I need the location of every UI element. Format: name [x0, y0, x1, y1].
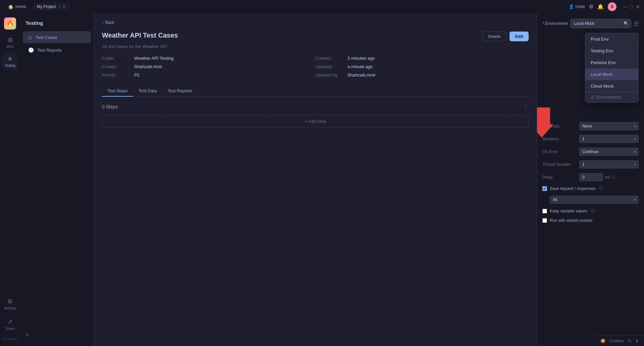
iterations-row: Iterations 1 ▼ — [542, 135, 639, 143]
collapse-sidebar-button[interactable]: « — [23, 330, 32, 339]
cookies-icon[interactable]: 🍪 — [600, 339, 605, 343]
sidebar-nav-test-reports[interactable]: 🕐 Test Reports — [23, 44, 91, 56]
test-data-label: Test Data — [542, 124, 579, 129]
steps-header: 0 Steps ⋮ — [102, 103, 529, 110]
steps-count: 0 Steps — [102, 104, 118, 109]
delay-row: Delay ms ⓘ — [542, 173, 639, 181]
dropdown-item-cloud-mock[interactable]: Cloud Mock — [585, 80, 638, 92]
back-label: Back — [105, 20, 114, 25]
share-icon: ↗ — [7, 318, 12, 326]
meta-grid: Folder Weather API Testing Created 2 min… — [102, 56, 529, 78]
meta-updated: Updated a minute ago — [315, 64, 529, 69]
environments-link[interactable]: ☰ Environments — [585, 92, 638, 102]
bell-icon[interactable]: 🔔 — [597, 4, 604, 10]
share-label: Share — [6, 327, 15, 331]
titlebar-right: 👤 Invite ⚙ 🔔 S ─ □ ✕ — [569, 2, 640, 11]
add-step-button[interactable]: + Add Step — [102, 115, 529, 128]
testing-label: Testing — [5, 64, 15, 67]
test-cases-label: Test Cases — [36, 35, 57, 40]
petstore-env-label: Petstore Env — [591, 60, 615, 65]
list-icon: ☰ — [591, 95, 594, 100]
dropdown-item-petstore-env[interactable]: Petstore Env — [585, 57, 638, 68]
dropdown-item-local-mock[interactable]: Local Mock — [585, 68, 638, 80]
tab-test-data[interactable]: Test Data — [133, 86, 162, 97]
all-select-wrapper: All ▼ — [550, 196, 639, 204]
back-link[interactable]: ‹ Back — [102, 20, 529, 25]
steps-menu-icon[interactable]: ⋮ — [523, 103, 529, 110]
avatar[interactable]: S — [608, 2, 616, 11]
environment-input[interactable] — [570, 19, 631, 28]
refresh-icon[interactable]: ↻ — [628, 339, 631, 343]
sidebar-nav-test-cases[interactable]: ◻ Test Cases — [23, 31, 91, 43]
meta-created: Created 2 minutes ago — [315, 56, 529, 61]
cloud-mock-label: Cloud Mock — [591, 84, 614, 89]
updated-value: a minute ago — [347, 64, 373, 69]
home-tab[interactable]: 🏠 Home — [4, 3, 30, 11]
updated-by-value: Shahzaib Amir — [347, 72, 376, 78]
sidebar-item-share[interactable]: ↗ Share — [2, 315, 18, 333]
dropdown-item-prod-env[interactable]: Prod Env — [585, 33, 638, 45]
meta-updated-by: Updated by Shahzaib Amir — [315, 72, 529, 78]
delay-input[interactable] — [579, 173, 603, 181]
keep-var-info-icon[interactable]: ⓘ — [591, 208, 595, 213]
page-description: All test cases for the Weather API — [102, 44, 529, 49]
tab-test-reports[interactable]: Test Reports — [162, 86, 198, 97]
priority-value: P2 — [134, 72, 140, 78]
folder-label: Folder — [102, 56, 129, 61]
minimize-icon[interactable]: ─ — [623, 4, 627, 10]
settings-label: Settings — [4, 306, 16, 310]
tab-close-icon[interactable]: ✕ — [63, 5, 65, 9]
run-cookies-checkbox[interactable] — [542, 218, 547, 223]
thread-select[interactable]: 1 — [579, 160, 639, 168]
sidebar-item-settings[interactable]: ⚙ Settings — [2, 295, 18, 313]
meta-priority: Priority P2 — [102, 72, 315, 78]
meta-creator: Creator Shahzaib Amir — [102, 64, 315, 69]
chevron-left-icon: ‹ — [102, 20, 103, 25]
home-tab-label: Home — [15, 4, 26, 9]
panel-fields: Test Data None ▼ Iterations 1 ▼ — [542, 122, 639, 223]
settings-icon[interactable]: ⚙ — [589, 4, 593, 10]
edit-button[interactable]: Edit — [509, 32, 529, 41]
save-request-checkbox[interactable] — [542, 186, 547, 191]
creator-value: Shahzaib Amir — [134, 64, 162, 69]
tab-test-steps[interactable]: Test Steps — [102, 86, 133, 97]
invite-button[interactable]: 👤 Invite — [569, 4, 585, 9]
all-select[interactable]: All — [550, 196, 639, 204]
updated-by-label: Updated by — [315, 72, 342, 78]
page-header: Weather API Test Cases Delete Edit — [102, 32, 529, 41]
environments-label: Environments — [596, 95, 621, 100]
env-menu-icon[interactable]: ☰ — [634, 20, 639, 27]
test-reports-label: Test Reports — [37, 48, 62, 53]
all-row: All ▼ — [542, 196, 639, 204]
run-cookies-row: Run with stored cookies — [542, 218, 639, 223]
close-icon[interactable]: ✕ — [636, 4, 640, 10]
test-data-select[interactable]: None — [579, 122, 639, 130]
on-error-select[interactable]: Continue Stop — [579, 148, 639, 156]
download-icon[interactable]: ⬇ — [635, 339, 639, 343]
test-reports-icon: 🕐 — [28, 47, 34, 53]
dropdown-item-testing-env[interactable]: Testing Env — [585, 45, 638, 57]
titlebar: 🏠 Home My Project ↗ ✕ 👤 Invite ⚙ 🔔 S ─ □… — [0, 0, 644, 13]
env-label: * Environment — [542, 21, 568, 26]
delete-button[interactable]: Delete — [482, 32, 506, 41]
header-actions: Delete Edit — [482, 32, 529, 41]
test-cases-icon: ◻ — [28, 35, 32, 40]
sidebar-item-testing[interactable]: ≡ Testing — [2, 53, 18, 70]
test-data-row: Test Data None ▼ — [542, 122, 639, 130]
iterations-select[interactable]: 1 — [579, 135, 639, 143]
sidebar-item-apis[interactable]: ⊞ APIs — [2, 34, 18, 51]
folder-value: Weather API Testing — [134, 56, 173, 61]
delay-info-icon[interactable]: ⓘ — [611, 175, 615, 180]
app-logo: 🔥 — [4, 17, 16, 30]
keep-var-label: Keep variable values — [550, 209, 587, 213]
iterations-select-wrapper: 1 ▼ — [579, 135, 639, 143]
created-value: 2 minutes ago — [347, 56, 375, 61]
project-tab[interactable]: My Project ↗ ✕ — [33, 3, 69, 10]
content-inner: ‹ Back Weather API Test Cases Delete Edi… — [94, 13, 537, 141]
save-info-icon[interactable]: ⓘ — [599, 186, 603, 191]
main-layout: 🔥 ⊞ APIs ≡ Testing ⚙ Settings ↗ Share ⊛ … — [0, 13, 644, 346]
maximize-icon[interactable]: □ — [630, 4, 633, 10]
keep-var-checkbox[interactable] — [542, 209, 547, 213]
save-request-label: Save request / responses — [550, 186, 595, 191]
iterations-label: Iterations — [542, 137, 579, 141]
